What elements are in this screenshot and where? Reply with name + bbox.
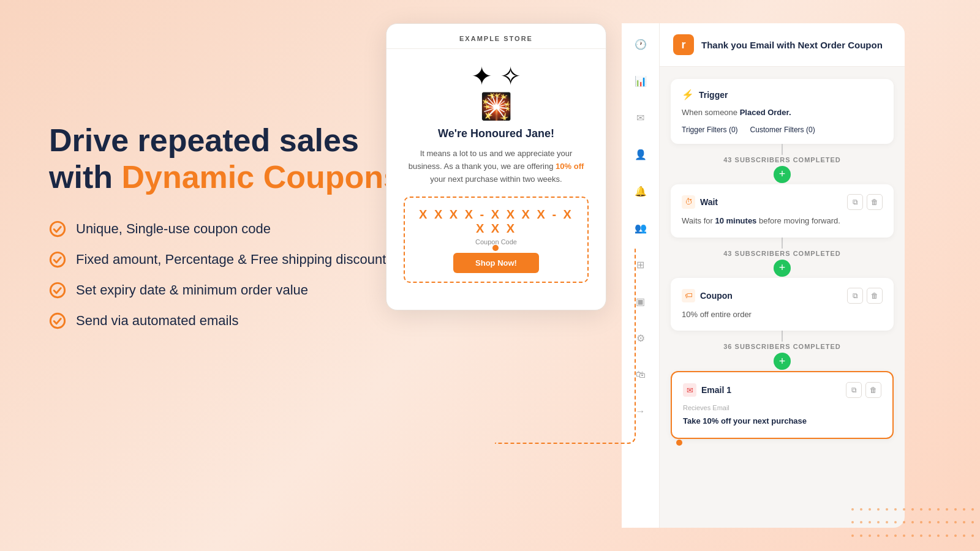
decorative-dot [954, 534, 957, 537]
delete-wait-button[interactable]: 🗑 [867, 194, 883, 210]
feature-text: Unique, Single-use coupon code [76, 221, 271, 237]
bell-icon[interactable]: 🔔 [631, 181, 650, 201]
decorative-dot [920, 508, 922, 511]
trigger-icon: ⚡ [682, 89, 694, 100]
user-icon[interactable]: 👤 [631, 144, 650, 164]
chart-icon[interactable]: 📊 [631, 71, 650, 91]
feature-text: Fixed amount, Percentage & Free shipping… [76, 252, 393, 268]
add-step-button-2[interactable]: + [774, 260, 791, 277]
decorative-dot [911, 508, 914, 511]
add-step-button-3[interactable]: + [774, 353, 791, 370]
check-icon [49, 220, 66, 238]
check-icon [49, 312, 66, 329]
decorative-dot [971, 521, 974, 523]
feature-item: Send via automated emails [49, 312, 404, 329]
add-step-button-1[interactable]: + [774, 166, 791, 183]
check-icon [49, 251, 66, 268]
email1-actions: ⧉ 🗑 [846, 382, 881, 398]
clock-icon[interactable]: 🕐 [631, 34, 650, 54]
email1-name: Email 1 [701, 385, 731, 395]
feature-text: Send via automated emails [76, 313, 238, 329]
gray-line [782, 144, 783, 155]
email1-body: Recieves Email Take 10% off your next pu… [683, 403, 881, 427]
decorative-dot [851, 508, 854, 511]
decorative-dot [877, 508, 880, 511]
users-icon[interactable]: 👥 [631, 218, 650, 238]
decorative-dot [903, 534, 905, 537]
decorative-dot [963, 508, 965, 511]
svg-point-2 [50, 283, 64, 297]
coupon-code: X X X X - X X X X - X X X X [417, 208, 575, 236]
coupon-body: 10% off entire order [682, 309, 883, 321]
feature-item: Unique, Single-use coupon code [49, 220, 404, 238]
delete-coupon-button[interactable]: 🗑 [867, 288, 883, 304]
email-icon[interactable]: ✉ [631, 108, 650, 127]
connector-2: 43 SUBSCRIBERS COMPLETED + [723, 238, 840, 278]
decorative-dot [946, 508, 948, 511]
gray-line-3 [782, 331, 783, 342]
feature-list: Unique, Single-use coupon codeFixed amou… [49, 220, 404, 329]
copy-email1-button[interactable]: ⧉ [846, 382, 862, 398]
automation-logo: r [673, 34, 694, 55]
customer-filter-link[interactable]: Customer Filters (0) [750, 126, 815, 134]
trigger-title: Trigger [699, 90, 728, 100]
wait-title-row: ⏱ Wait [682, 195, 718, 209]
wait-header: ⏱ Wait ⧉ 🗑 [682, 194, 883, 210]
decorative-dot [894, 521, 897, 523]
wait-card: ⏱ Wait ⧉ 🗑 Waits for 10 minutes before m… [671, 184, 894, 238]
gray-line-2 [782, 238, 783, 249]
feature-item: Set expiry date & minimum order value [49, 282, 404, 299]
decorative-dot [894, 508, 897, 511]
svg-point-3 [50, 313, 64, 328]
decorative-dot [851, 534, 854, 537]
decorative-dot [886, 534, 888, 537]
wait-icon: ⏱ [682, 195, 695, 209]
coupon-title-row: 🏷 Coupon [682, 289, 733, 302]
decorative-dot [886, 521, 888, 523]
trigger-filters: Trigger Filters (0) Customer Filters (0) [682, 126, 883, 134]
coupon-card: 🏷 Coupon ⧉ 🗑 10% off entire order [671, 278, 894, 331]
decorative-dot [971, 534, 974, 537]
automation-title: Thank you Email with Next Order Coupon [701, 40, 883, 50]
copy-coupon-button[interactable]: ⧉ [847, 288, 863, 304]
sparkle-icon: ✦ ✧🎇 [404, 61, 589, 121]
decorative-dot [911, 534, 914, 537]
automation-panel: r Thank you Email with Next Order Coupon… [660, 23, 905, 528]
decorative-dot [971, 508, 974, 511]
decorative-dot [869, 534, 871, 537]
decorative-dot [877, 534, 880, 537]
connector-dot-bottom [676, 440, 682, 446]
check-icon [49, 282, 66, 299]
copy-wait-button[interactable]: ⧉ [847, 194, 863, 210]
subscribers-label-2: 43 SUBSCRIBERS COMPLETED [723, 250, 840, 257]
decorative-dot [937, 534, 940, 537]
email1-header: ✉ Email 1 ⧉ 🗑 [683, 382, 881, 398]
coupon-name: Coupon [700, 291, 733, 301]
delete-email1-button[interactable]: 🗑 [865, 382, 881, 398]
connector-1: 43 SUBSCRIBERS COMPLETED + [723, 144, 840, 184]
decorative-dot [920, 521, 922, 523]
svg-point-0 [50, 222, 64, 236]
automation-body: ⚡ Trigger When someone Placed Order. Tri… [660, 67, 905, 527]
decorative-dot [929, 508, 931, 511]
svg-point-1 [50, 252, 64, 266]
trigger-filter-link[interactable]: Trigger Filters (0) [682, 126, 738, 134]
feature-text: Set expiry date & minimum order value [76, 282, 308, 298]
decorative-dot [920, 534, 922, 537]
decorative-dot [963, 521, 965, 523]
dots-pattern [845, 502, 980, 551]
coupon-icon: 🏷 [682, 289, 695, 302]
decorative-dot [877, 521, 880, 523]
decorative-dot [860, 534, 862, 537]
decorative-dot [903, 521, 905, 523]
decorative-dot [946, 521, 948, 523]
decorative-dot [929, 534, 931, 537]
email1-card: ✉ Email 1 ⧉ 🗑 Recieves Email Take 10% of… [671, 371, 894, 438]
connector-dot-top [492, 245, 499, 251]
heading-highlight: Dynamic Coupons [121, 159, 401, 195]
decorative-dot [911, 521, 914, 523]
decorative-dot [937, 508, 940, 511]
left-section: Drive repeated sales with Dynamic Coupon… [49, 122, 404, 329]
decorative-dot [946, 534, 948, 537]
decorative-dot [869, 521, 871, 523]
